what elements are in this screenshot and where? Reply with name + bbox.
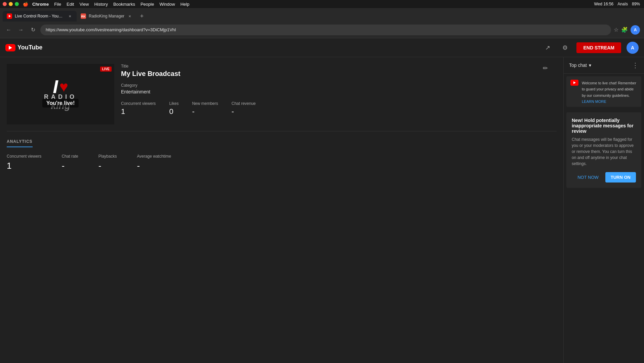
menubar-chrome[interactable]: Chrome — [32, 2, 49, 7]
menubar-file-item[interactable]: File — [54, 2, 61, 7]
chat-revenue-metric: Chat revenue - — [232, 101, 256, 116]
analytics-concurrent-value: 1 — [7, 161, 41, 171]
radioking-tab-title: RadioKing Manager — [89, 14, 124, 18]
youtube-logo-icon — [5, 44, 15, 51]
youtube-tab-title: Live Control Room - YouTube — [15, 14, 65, 18]
chat-more-options-icon[interactable]: ⋮ — [632, 61, 639, 69]
traffic-lights — [3, 2, 19, 6]
analytics-chatrate-label: Chat rate — [62, 154, 78, 159]
youtube-tab-favicon — [7, 13, 12, 19]
chat-youtube-icon — [570, 80, 578, 86]
likes-value: 0 — [169, 107, 178, 116]
chrome-tabbar: Live Control Room - YouTube ✕ RK RadioKi… — [0, 8, 644, 22]
stream-content: I ♥ RADIO king You're live! LIVE Title M… — [0, 57, 563, 363]
share-button[interactable]: ↗ — [541, 42, 554, 54]
back-button[interactable]: ← — [4, 25, 13, 35]
analytics-playbacks-value: - — [98, 161, 117, 171]
apple-menu[interactable]: 🍎 — [23, 2, 28, 7]
concurrent-viewers-metric: Concurrent viewers 1 — [121, 101, 156, 116]
radioking-tab-favicon: RK — [81, 13, 86, 19]
new-members-metric: New members - — [192, 101, 218, 116]
menubar-right: Wed 16:56 Anaïs 89% — [594, 2, 640, 6]
menubar-edit-item[interactable]: Edit — [67, 2, 74, 7]
bookmark-icon[interactable]: ☆ — [614, 27, 618, 33]
edit-title-button[interactable]: ✏ — [541, 64, 550, 73]
menubar-user: Anaïs — [617, 2, 628, 6]
new-members-label: New members — [192, 101, 218, 106]
profile-avatar[interactable]: A — [631, 25, 640, 35]
chrome-addressbar: ← → ↻ https://www.youtube.com/livestream… — [0, 22, 644, 38]
title-label: Title — [121, 64, 180, 69]
not-now-button[interactable]: NOT NOW — [573, 172, 603, 183]
category-section: Category Entertainment — [121, 83, 550, 94]
analytics-watchtime-value: - — [137, 161, 171, 171]
analytics-title: ANALYTICS — [7, 139, 33, 147]
thumbnail-heart: ♥ — [59, 79, 68, 94]
top-chat-chevron-icon: ▾ — [589, 63, 591, 68]
concurrent-viewers-label: Concurrent viewers — [121, 101, 156, 106]
stream-title: My Live Broadcast — [121, 70, 180, 78]
menubar-window-item[interactable]: Window — [159, 2, 175, 7]
top-chat-label: Top chat — [569, 63, 587, 68]
mac-menubar: 🍎 Chrome Live Control Room - YouTube Fil… — [0, 0, 644, 8]
radioking-tab-close[interactable]: ✕ — [127, 13, 132, 19]
address-url: https://www.youtube.com/livestreaming/da… — [46, 27, 176, 32]
end-stream-button[interactable]: END STREAM — [576, 42, 621, 53]
chrome-tab-radioking[interactable]: RK RadioKing Manager ✕ — [77, 11, 136, 22]
concurrent-viewers-value: 1 — [121, 107, 156, 116]
live-badge: LIVE — [100, 67, 112, 72]
menubar-people-item[interactable]: People — [140, 2, 154, 7]
stream-metrics: Concurrent viewers 1 Likes 0 New members… — [121, 101, 550, 116]
analytics-playbacks-label: Playbacks — [98, 154, 117, 159]
analytics-concurrent-label: Concurrent viewers — [7, 154, 41, 159]
addressbar-right: ☆ 🧩 A — [614, 25, 640, 35]
chat-header: Top chat ▾ ⋮ — [564, 57, 644, 74]
hold-notification-title: New! Hold potentially inappropriate mess… — [572, 118, 636, 134]
analytics-watchtime-label: Average watchtime — [137, 154, 171, 159]
likes-metric: Likes 0 — [169, 101, 178, 116]
analytics-playbacks: Playbacks - — [98, 154, 117, 171]
top-chat-selector[interactable]: Top chat ▾ — [569, 63, 591, 68]
stream-section: I ♥ RADIO king You're live! LIVE Title M… — [0, 57, 563, 124]
user-avatar[interactable]: A — [627, 42, 639, 54]
menubar-bookmarks-item[interactable]: Bookmarks — [113, 2, 135, 7]
new-tab-button[interactable]: + — [136, 11, 147, 22]
title-section: Title My Live Broadcast — [121, 64, 180, 78]
address-bar[interactable]: https://www.youtube.com/livestreaming/da… — [40, 25, 611, 35]
chat-welcome-message: Welcome to live chat! Remember to guard … — [566, 76, 641, 107]
chrome-tab-youtube[interactable]: Live Control Room - YouTube ✕ — [3, 11, 77, 22]
reload-button[interactable]: ↻ — [28, 25, 38, 35]
minimize-traffic-light[interactable] — [9, 2, 13, 6]
you-are-live-text: You're live! — [42, 99, 79, 108]
menubar-time: Wed 16:56 — [594, 2, 613, 6]
forward-button[interactable]: → — [16, 25, 26, 35]
hold-notification: New! Hold potentially inappropriate mess… — [566, 112, 641, 188]
new-members-value: - — [192, 107, 218, 116]
menubar-view-item[interactable]: View — [79, 2, 89, 7]
stream-info: Title My Live Broadcast ✏ Category Enter… — [114, 64, 557, 124]
youtube-tab-close[interactable]: ✕ — [67, 13, 73, 19]
hold-notification-description: Chat messages will be flagged for you or… — [572, 136, 636, 167]
chat-welcome-text: Welcome to live chat! Remember to guard … — [582, 81, 636, 97]
likes-label: Likes — [169, 101, 178, 106]
close-traffic-light[interactable] — [3, 2, 7, 6]
menubar-help-item[interactable]: Help — [180, 2, 190, 7]
chat-welcome-content: Welcome to live chat! Remember to guard … — [582, 80, 637, 104]
stream-thumbnail: I ♥ RADIO king You're live! LIVE — [7, 64, 114, 124]
menubar-battery: 89% — [632, 2, 640, 6]
youtube-logo-text: YouTube — [17, 44, 42, 51]
share-icon: ↗ — [545, 44, 550, 51]
fullscreen-traffic-light[interactable] — [15, 2, 19, 6]
chat-revenue-label: Chat revenue — [232, 101, 256, 106]
thumbnail-bg: I ♥ RADIO king — [7, 64, 114, 124]
analytics-chatrate-value: - — [62, 161, 78, 171]
youtube-logo[interactable]: YouTube — [5, 44, 42, 51]
category-value: Entertainment — [121, 89, 550, 94]
menubar-history-item[interactable]: History — [94, 2, 108, 7]
settings-button[interactable]: ⚙ — [559, 42, 571, 54]
turn-on-button[interactable]: TURN ON — [605, 172, 636, 183]
extensions-icon[interactable]: 🧩 — [621, 27, 628, 33]
learn-more-link[interactable]: LEARN MORE — [582, 99, 637, 104]
analytics-concurrent: Concurrent viewers 1 — [7, 154, 41, 171]
analytics-section: ANALYTICS Concurrent viewers 1 Chat rate… — [0, 131, 563, 178]
